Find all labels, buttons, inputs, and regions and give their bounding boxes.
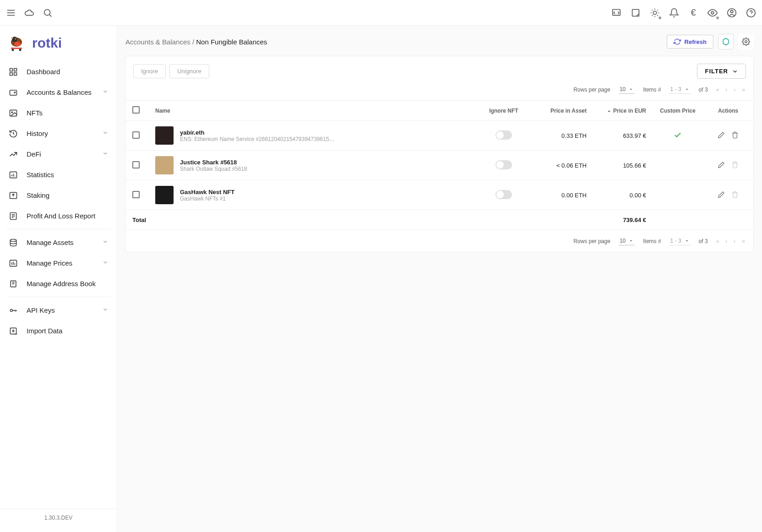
chevron-down-icon [102, 239, 109, 246]
select-all-checkbox[interactable] [132, 106, 140, 114]
col-custom-price[interactable]: Custom Price [653, 101, 703, 121]
nft-name: yabir.eth [180, 129, 336, 136]
delete-button[interactable] [731, 131, 739, 140]
page-last-icon[interactable]: » [742, 87, 745, 93]
help-icon[interactable] [746, 7, 757, 18]
row-checkbox[interactable] [132, 191, 140, 198]
user-icon[interactable] [726, 7, 737, 18]
total-row: Total 739.64 € [126, 210, 753, 230]
refresh-button[interactable]: Refresh [667, 35, 713, 49]
main-content: Accounts & Balances / Non Fungible Balan… [117, 26, 762, 532]
items-range-select[interactable]: 1 - 3 [669, 85, 691, 94]
chevron-down-icon [102, 130, 109, 137]
ignore-toggle[interactable] [495, 190, 512, 199]
report-icon [8, 211, 18, 221]
pager-bottom: Rows per page 10 Items # 1 - 3 of 3 « ‹ … [126, 230, 753, 252]
bell-icon[interactable] [669, 7, 680, 18]
svg-point-33 [14, 92, 16, 93]
page-last-icon[interactable]: » [742, 238, 745, 244]
topbar: € [0, 0, 762, 26]
unignore-button[interactable]: Unignore [169, 64, 209, 78]
rows-per-page-select[interactable]: 10 [619, 85, 635, 94]
bar-chart-icon [8, 170, 18, 180]
table-row: Justice Shark #5618 Shark Outlaw Squad #… [126, 151, 753, 180]
edit-button[interactable] [718, 131, 725, 140]
svg-point-35 [11, 112, 13, 113]
svg-point-54 [10, 309, 12, 311]
price-asset: 0.00 ETH [529, 180, 593, 210]
sidebar-item-label: Accounts & Balances [27, 88, 92, 96]
edit-button[interactable] [718, 191, 725, 200]
of-label: of 3 [699, 87, 708, 93]
sidebar: rotki Dashboard Accounts & Balances NFTs… [0, 26, 117, 532]
svg-marker-60 [723, 38, 729, 45]
price-eur: 633.97 € [593, 121, 653, 151]
svg-rect-30 [10, 72, 13, 75]
sidebar-item-import-data[interactable]: Import Data [0, 320, 117, 341]
breadcrumb-parent[interactable]: Accounts & Balances [125, 38, 190, 46]
inbox-icon [8, 190, 18, 201]
privacy-icon[interactable] [707, 7, 718, 18]
col-ignore[interactable]: Ignore NFT [479, 101, 529, 121]
cloud-icon[interactable] [24, 7, 35, 18]
page-first-icon[interactable]: « [716, 87, 719, 93]
svg-point-61 [745, 41, 747, 43]
menu-icon[interactable] [5, 7, 16, 18]
svg-point-7 [653, 11, 656, 14]
col-actions: Actions [703, 101, 753, 121]
sidebar-item-label: Profit And Loss Report [27, 212, 95, 220]
price-eur: 0.00 € [593, 180, 653, 210]
svg-rect-29 [14, 68, 17, 71]
sidebar-item-staking[interactable]: Staking [0, 185, 117, 206]
logo[interactable]: rotki [0, 31, 117, 61]
sidebar-item-dashboard[interactable]: Dashboard [0, 61, 117, 82]
page-first-icon[interactable]: « [716, 238, 719, 244]
sidebar-item-address-book[interactable]: Manage Address Book [0, 273, 117, 294]
sidebar-item-nfts[interactable]: NFTs [0, 103, 117, 123]
settings-button[interactable] [738, 34, 754, 49]
sidebar-item-history[interactable]: History [0, 123, 117, 144]
col-price-eur[interactable]: Price in EUR [593, 101, 653, 121]
sidebar-item-pnl[interactable]: Profit And Loss Report [0, 206, 117, 226]
table-row: GasHawk Nest NFT GasHawk NFTs #1 0.00 ET… [126, 180, 753, 210]
svg-point-46 [10, 239, 16, 241]
filter-button[interactable]: FILTER [697, 64, 746, 79]
items-label: Items # [643, 87, 661, 93]
edit-button[interactable] [718, 161, 725, 170]
sidebar-item-label: API Keys [27, 306, 55, 314]
logo-text: rotki [32, 35, 62, 51]
currency-icon[interactable]: € [688, 7, 699, 18]
page-prev-icon[interactable]: ‹ [725, 238, 727, 244]
sidebar-item-manage-prices[interactable]: Manage Prices [0, 253, 117, 273]
rows-per-page-label: Rows per page [573, 87, 610, 93]
row-checkbox[interactable] [132, 131, 140, 139]
sidebar-item-defi[interactable]: DeFi [0, 144, 117, 164]
breadcrumb: Accounts & Balances / Non Fungible Balan… [125, 38, 267, 46]
page-next-icon[interactable]: › [734, 87, 735, 93]
col-price-asset[interactable]: Price in Asset [529, 101, 593, 121]
sidebar-item-accounts-balances[interactable]: Accounts & Balances [0, 82, 117, 103]
sidebar-item-manage-assets[interactable]: Manage Assets [0, 232, 117, 253]
nft-table-card: Ignore Unignore FILTER Rows per page 10 … [125, 56, 754, 252]
rows-per-page-label: Rows per page [573, 238, 610, 244]
database-icon [8, 238, 18, 248]
sidebar-item-statistics[interactable]: Statistics [0, 164, 117, 185]
delete-button [731, 161, 739, 170]
rows-per-page-select[interactable]: 10 [619, 237, 635, 245]
sidebar-item-label: NFTs [27, 109, 43, 117]
code-icon[interactable] [611, 7, 622, 18]
note-icon[interactable] [630, 7, 641, 18]
search-icon[interactable] [42, 7, 53, 18]
nft-view-button[interactable] [718, 34, 734, 49]
theme-icon[interactable] [649, 7, 660, 18]
page-next-icon[interactable]: › [734, 238, 735, 244]
ignore-toggle[interactable] [495, 160, 512, 169]
nft-thumbnail [155, 126, 174, 145]
row-checkbox[interactable] [132, 161, 140, 168]
col-name[interactable]: Name [149, 101, 479, 121]
items-range-select[interactable]: 1 - 3 [669, 237, 691, 245]
sidebar-item-api-keys[interactable]: API Keys [0, 300, 117, 320]
ignore-button[interactable]: Ignore [133, 64, 166, 78]
ignore-toggle[interactable] [495, 130, 512, 140]
page-prev-icon[interactable]: ‹ [725, 87, 727, 93]
